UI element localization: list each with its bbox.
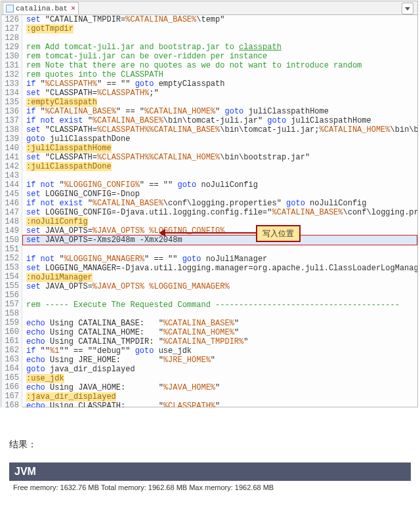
code-line: :juliClasspathDone xyxy=(22,162,417,171)
file-icon xyxy=(6,5,14,12)
close-icon[interactable]: × xyxy=(71,5,75,12)
code-line xyxy=(22,245,417,255)
code-line: rem Add tomcat-juli.jar and bootstrap.ja… xyxy=(22,43,417,52)
code-line: if "%CATALINA_BASE%" == "%CATALINA_HOME%… xyxy=(22,107,417,116)
code-line: :emptyClasspath xyxy=(22,98,417,107)
code-line: :java_dir_displayed xyxy=(22,392,417,401)
code-line: set LOGGING_MANAGER=-Djava.util.logging.… xyxy=(22,264,417,273)
code-line: if not "%LOGGING_CONFIG%" == "" goto noJ… xyxy=(22,180,417,190)
code-line: :noJuliManager xyxy=(22,273,417,282)
code-area[interactable]: 1261271281291301311321331341351361371381… xyxy=(1,15,417,407)
code-line: set "CLASSPATH=%CLASSPATH%%CATALINA_BASE… xyxy=(22,125,417,134)
code-line: echo Using JAVA_HOME: "%JAVA_HOME%" xyxy=(22,383,417,392)
code-line: set LOGGING_CONFIG=-Dnop xyxy=(22,190,417,199)
code-line: if ""%1"" == ""debug"" goto use_jdk xyxy=(22,346,417,356)
jvm-stats: Free memory: 1632.76 MB Total memory: 19… xyxy=(13,483,420,491)
code-line: set "CLASSPATH=%CLASSPATH%;" xyxy=(22,89,417,98)
code-line: rem quotes into the CLASSPATH xyxy=(22,70,417,79)
code-line: if not exist "%CATALINA_BASE%\bin\tomcat… xyxy=(22,116,417,125)
code-line: if not "%LOGGING_MANAGER%" == "" goto no… xyxy=(22,255,417,264)
chevron-down-icon xyxy=(405,7,410,10)
jvm-header: JVM xyxy=(9,462,411,481)
annotation-text: 写入位置 xyxy=(262,228,294,239)
code-line: echo Using CATALINA_HOME: "%CATALINA_HOM… xyxy=(22,328,417,337)
code-line: :use_jdk xyxy=(22,374,417,383)
code-line xyxy=(22,310,417,319)
code-line: set LOGGING_CONFIG=-Djava.util.logging.c… xyxy=(22,208,417,217)
code-line: set JAVA_OPTS=%JAVA_OPTS% %LOGGING_MANAG… xyxy=(22,282,417,291)
tab-bar: catalina.bat × xyxy=(1,1,417,15)
annotation-arrow xyxy=(164,232,256,234)
annotation-arrow-head xyxy=(159,229,165,237)
code-line: rem Note that there are no quotes as we … xyxy=(22,61,417,70)
code-editor: catalina.bat × 1261271281291301311321331… xyxy=(1,1,418,407)
code-line: set "CLASSPATH=%CLASSPATH%%CATALINA_HOME… xyxy=(22,153,417,162)
code-lines: set "CATALINA_TMPDIR=%CATALINA_BASE%\tem… xyxy=(22,15,417,407)
jvm-title: JVM xyxy=(14,466,36,478)
code-line: echo Using CATALINA_TMPDIR: "%CATALINA_T… xyxy=(22,337,417,346)
result-label: 结果： xyxy=(9,439,420,451)
code-line: rem tomcat-juli.jar can be over-ridden p… xyxy=(22,52,417,61)
tab-catalina-bat[interactable]: catalina.bat × xyxy=(3,2,79,15)
code-line: set "CATALINA_TMPDIR=%CATALINA_BASE%\tem… xyxy=(22,15,417,24)
tab-overflow-button[interactable] xyxy=(402,3,413,14)
code-line: :juliClasspathHome xyxy=(22,144,417,153)
code-line: if "%CLASSPATH%" == "" goto emptyClasspa… xyxy=(22,79,417,89)
line-number-gutter: 1261271281291301311321331341351361371381… xyxy=(1,15,22,407)
code-line: set JAVA_OPTS=%JAVA_OPTS% %LOGGING_CONFI… xyxy=(22,226,417,236)
code-line: rem ----- Execute The Requested Command … xyxy=(22,300,417,310)
code-line: echo Using CATALINA_BASE: "%CATALINA_BAS… xyxy=(22,319,417,328)
code-line: goto juliClasspathDone xyxy=(22,134,417,144)
code-line: :noJuliConfig xyxy=(22,217,417,226)
code-line xyxy=(22,33,417,43)
code-line: :gotTmpdir xyxy=(22,24,417,33)
code-line: echo Using JRE_HOME: "%JRE_HOME%" xyxy=(22,356,417,365)
highlighted-line: set JAVA_OPTS=-Xms2048m -Xmx2048m xyxy=(22,235,417,245)
code-line: if not exist "%CATALINA_BASE%\conf\loggi… xyxy=(22,199,417,208)
code-line xyxy=(22,171,417,180)
tab-label: catalina.bat xyxy=(16,5,68,12)
code-line: echo Using CLASSPATH: "%CLASSPATH%" xyxy=(22,401,417,407)
code-line xyxy=(22,291,417,300)
code-line: goto java_dir_displayed xyxy=(22,365,417,374)
annotation-callout: 写入位置 xyxy=(256,225,301,242)
